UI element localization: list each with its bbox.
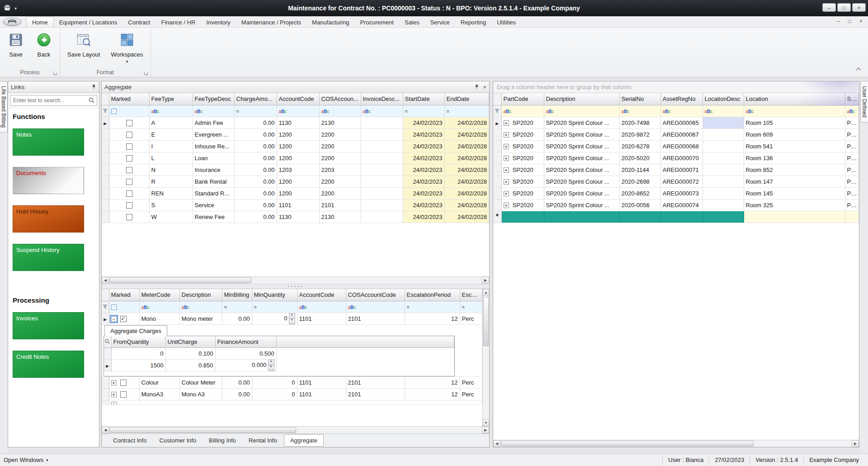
invoice-desc-cell[interactable] xyxy=(361,164,403,176)
expand-icon[interactable] xyxy=(504,179,509,185)
marked-cell[interactable] xyxy=(109,389,139,400)
ribbon-tab[interactable]: Inventory xyxy=(201,17,236,27)
marked-cell[interactable] xyxy=(109,164,149,176)
fee-type-cell[interactable]: E xyxy=(149,128,193,140)
column-header[interactable]: Description xyxy=(544,93,619,105)
description-cell[interactable]: SP2020 Sprint Colour ... xyxy=(544,176,619,187)
cos-account-code-cell[interactable]: 2101 xyxy=(346,313,405,324)
min-billing-cell[interactable]: 0.00 xyxy=(222,313,252,324)
scroll-left-icon[interactable]: ◀ xyxy=(102,277,109,284)
filter-cell[interactable] xyxy=(297,301,346,313)
ribbon-tab[interactable]: Procurement xyxy=(354,17,399,27)
part-code-cell[interactable]: SP2020 xyxy=(501,152,544,164)
part-code-cell[interactable]: SP2020 xyxy=(501,164,544,176)
charge-amount-cell[interactable]: 0.00 xyxy=(234,140,277,152)
asset-reg-no-cell[interactable]: AREG000068 xyxy=(660,140,703,152)
serial-no-cell[interactable]: 2020-5020 xyxy=(619,152,660,164)
escalation-type-cell[interactable]: Perc xyxy=(460,313,482,324)
close-panel-icon[interactable]: × xyxy=(483,84,486,90)
serial-no-cell[interactable]: 2020-0056 xyxy=(619,199,660,211)
maximize-button[interactable]: □ xyxy=(837,3,851,12)
asset-row[interactable]: SP2020 SP2020 Sprint Colour ... 2020-865… xyxy=(493,187,859,199)
account-code-cell[interactable]: 1200 xyxy=(277,176,319,187)
from-quantity-cell[interactable]: 0 xyxy=(111,348,165,360)
part-code-cell[interactable]: SP2020 xyxy=(501,140,544,152)
marked-cell[interactable] xyxy=(109,128,149,140)
fee-type-desc-cell[interactable]: Inhouse Re... xyxy=(193,140,234,152)
tab[interactable]: Billing Info xyxy=(203,435,242,446)
end-date-cell[interactable]: 24/02/2028 xyxy=(444,211,489,223)
fee-type-cell[interactable]: S xyxy=(149,199,193,211)
location-cell[interactable]: Room 852 xyxy=(744,164,845,176)
fee-row[interactable]: L Loan 0.00 1200 2200 24/02/2023 24/02/2… xyxy=(102,152,489,164)
cos-account-code-cell[interactable]: 2101 xyxy=(346,389,405,400)
meter-row-monoa3[interactable]: MonoA3 Mono A3 0.00 0 1101 2101 12 Perc xyxy=(102,389,482,400)
column-header[interactable]: Marked xyxy=(109,93,149,105)
end-date-cell[interactable]: 24/02/2028 xyxy=(444,152,489,164)
marked-checkbox[interactable] xyxy=(120,316,127,322)
start-date-cell[interactable]: 24/02/2023 xyxy=(403,199,444,211)
finance-amount-cell[interactable]: 0.500 xyxy=(215,348,276,360)
serial-no-cell[interactable]: 2020-9872 xyxy=(619,128,660,140)
marked-cell[interactable] xyxy=(109,140,149,152)
location-cell[interactable]: Room 136 xyxy=(744,152,845,164)
scroll-thumb[interactable] xyxy=(483,297,489,346)
location-cell[interactable]: Room 609 xyxy=(744,128,845,140)
filter-cell[interactable] xyxy=(845,105,859,117)
fee-type-desc-cell[interactable]: Bank Rental xyxy=(193,176,234,187)
asset-reg-no-cell[interactable]: AREG000070 xyxy=(660,152,703,164)
column-header[interactable]: COSAccountCode xyxy=(346,289,405,301)
pin-icon[interactable] xyxy=(91,84,96,90)
filter-cell[interactable] xyxy=(319,105,361,117)
column-header[interactable]: Location xyxy=(744,93,845,105)
asset-row[interactable]: SP2020 SP2020 Sprint Colour ... 2020-502… xyxy=(493,152,859,164)
charge-amount-cell[interactable]: 0.00 xyxy=(234,187,277,199)
scroll-left-icon[interactable]: ◀ xyxy=(493,440,500,447)
charge-amount-cell[interactable]: 0.00 xyxy=(234,199,277,211)
fee-row[interactable]: N Insurance 0.00 1203 2203 24/02/2023 24… xyxy=(102,164,489,176)
account-code-cell[interactable]: 1203 xyxy=(277,164,319,176)
tab[interactable]: Aggregate xyxy=(284,434,324,447)
description-cell[interactable]: SP2020 Sprint Colour ... xyxy=(544,187,619,199)
filter-cell[interactable]: = xyxy=(252,301,297,313)
finance-amount-cell[interactable]: 0.000▲▼ xyxy=(215,360,276,371)
serial-no-cell[interactable]: 2020-8652 xyxy=(619,187,660,199)
description-cell[interactable]: Mono meter xyxy=(179,313,222,324)
serial-no-cell[interactable] xyxy=(619,211,660,223)
escalation-period-cell[interactable]: 12 xyxy=(405,389,460,400)
account-code-cell[interactable]: 1101 xyxy=(297,389,346,400)
part-code-cell[interactable]: SP2020 xyxy=(501,187,544,199)
end-date-cell[interactable]: 24/02/2028 xyxy=(444,117,489,128)
scroll-left-icon[interactable]: ◀ xyxy=(102,427,109,433)
fee-type-desc-cell[interactable]: Standard R... xyxy=(193,187,234,199)
filter-cell[interactable] xyxy=(703,105,744,117)
ribbon-tab[interactable]: Finance / HR xyxy=(156,17,201,27)
marked-cell[interactable] xyxy=(109,152,149,164)
column-header[interactable]: EscalationPeriod xyxy=(405,289,460,301)
expand-icon[interactable] xyxy=(504,132,509,138)
charge-amount-cell[interactable]: 0.00 xyxy=(234,211,277,223)
marked-checkbox[interactable] xyxy=(120,380,127,386)
invoice-desc-cell[interactable] xyxy=(361,140,403,152)
fee-type-desc-cell[interactable]: Renew Fee xyxy=(193,211,234,223)
part-code-cell[interactable]: SP2020 xyxy=(501,176,544,187)
column-header[interactable]: Marked xyxy=(109,289,139,301)
new-row[interactable] xyxy=(493,211,859,223)
location-cell[interactable]: Room 541 xyxy=(744,140,845,152)
cos-account-cell[interactable]: 2200 xyxy=(319,176,361,187)
detail-search-header[interactable] xyxy=(104,336,111,348)
account-code-cell[interactable]: 1130 xyxy=(277,117,319,128)
expand-icon[interactable] xyxy=(504,191,509,196)
ribbon-tab[interactable]: Sales xyxy=(399,17,425,27)
invoice-desc-cell[interactable] xyxy=(361,117,403,128)
workspaces-button[interactable]: Workspaces ▾ xyxy=(106,29,147,64)
asset-reg-no-cell[interactable]: AREG000071 xyxy=(660,164,703,176)
start-date-cell[interactable]: 24/02/2023 xyxy=(403,140,444,152)
hold-history-button[interactable]: Hold History xyxy=(13,205,84,233)
column-header[interactable]: FinanceAmount xyxy=(215,336,276,348)
cos-account-cell[interactable]: 2203 xyxy=(319,164,361,176)
location-cell[interactable]: Room 105 xyxy=(744,117,845,128)
ship-cell[interactable]: Plot xyxy=(845,128,859,140)
ship-cell[interactable]: Plot xyxy=(845,164,859,176)
ribbon-tab[interactable]: Utilities xyxy=(491,17,521,27)
